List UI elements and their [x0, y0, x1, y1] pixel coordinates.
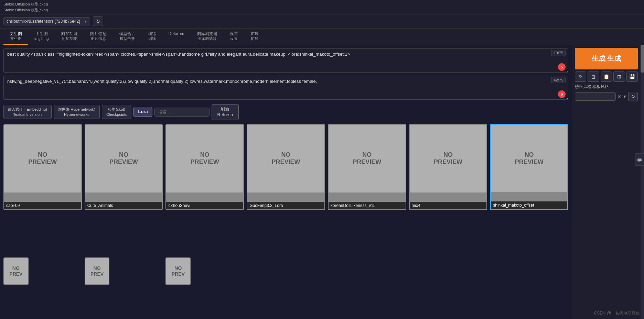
lora-card-label-capi09: capi-09 [4, 202, 81, 209]
no-preview-label: NOPREV [9, 265, 22, 277]
tab-lora[interactable]: Lora [133, 107, 152, 117]
no-preview-label: NOPREVIEW [353, 151, 381, 166]
positive-prompt-badge: 5 [558, 63, 566, 71]
negative-prompt-counter: 42/75 [551, 77, 566, 83]
model-select-wrapper: chilloutmix-Ni.safetensors [7234b76e42] [3, 17, 90, 25]
generate-button-label: 生成 生成 [592, 55, 621, 62]
tab-hypernetworks[interactable]: 超网络(Hypernetwork)Hypernetworks [54, 105, 100, 119]
style-refresh-button[interactable]: ↻ [628, 92, 638, 101]
tab-extensions[interactable]: 扩展扩展 [244, 29, 265, 45]
sidebar-toggle[interactable]: ◉ [635, 153, 644, 166]
no-preview-label: NOPREVIEW [515, 151, 544, 166]
style-select[interactable] [575, 92, 616, 101]
no-preview-label: NOPREV [90, 265, 104, 277]
lora-card-preview-guofeng: NOPREVIEW [247, 125, 324, 192]
clipboard-button[interactable]: 📋 [601, 72, 612, 82]
style-x-btn[interactable]: ✕ [617, 94, 621, 99]
save-button[interactable]: 💾 [626, 72, 638, 82]
no-preview-label: NOPREVIEW [191, 151, 219, 166]
no-preview-label: NOPREVIEW [434, 151, 462, 166]
style-refresh-icon: ↻ [631, 94, 635, 99]
grid-button[interactable]: ⊞ [613, 72, 625, 82]
edit-button[interactable]: ✎ [575, 72, 586, 82]
lora-card-label-guofeng: GuoFeng3.2_Lora [247, 202, 324, 209]
lora-card-shinkai[interactable]: NOPREVIEW shinkai_makoto_offset [490, 124, 568, 210]
lora-card-label-zhou: cZhouShuyi [166, 202, 243, 209]
tab-img2img[interactable]: 图生图img2img [28, 29, 55, 45]
lora-card-capi09[interactable]: NOPREVIEW capi-09 [3, 124, 82, 210]
model-refresh-button[interactable]: ↻ [93, 16, 103, 26]
tab-deforum[interactable]: Deforum [162, 29, 191, 45]
lora-card-preview-r23: NOPREV [166, 258, 190, 284]
lora-card-korean[interactable]: NOPREVIEW koreanDollLikeness_v15 [328, 124, 406, 210]
positive-prompt-wrapper: 19/75 best quality,<span class="highligh… [3, 48, 568, 74]
lora-card-row2-1[interactable]: NOPREV [3, 257, 29, 285]
lora-card-preview-mix4: NOPREVIEW [410, 125, 487, 192]
lora-card-cute-animals[interactable]: NOPREVIEW Cute_Animals [85, 124, 163, 210]
lora-card-row2-3[interactable]: NOPREV [165, 257, 191, 285]
nav-tabs: 文生图文生图 图生图img2img 附加功能附加功能 图片信息图片信息 模型合并… [0, 29, 644, 45]
tab-pnginfo[interactable]: 图片信息图片信息 [84, 29, 113, 45]
tab-txt2img[interactable]: 文生图文生图 [3, 29, 28, 45]
topbar-line2: Stable Diffusion 模型(ckpt) [3, 7, 641, 13]
lora-card-row2-2[interactable]: NOPREV [85, 257, 110, 285]
top-bar: Stable Diffusion 模型(ckpt) Stable Diffusi… [0, 0, 644, 14]
refresh-lora-button[interactable]: 刷新Refresh [212, 104, 239, 120]
style-label: 楼板风格 楼板风格 [575, 84, 638, 90]
tab-merge[interactable]: 模型合并模型合并 [113, 29, 142, 45]
tab-train[interactable]: 训练训练 [142, 29, 162, 45]
no-preview-label: NOPREVIEW [271, 151, 300, 166]
refresh-icon: ↻ [96, 19, 100, 24]
lora-card-preview-r21: NOPREV [4, 258, 28, 284]
lora-card-label-korean: koreanDollLikeness_v15 [329, 202, 406, 209]
scrollbar-thumb[interactable] [641, 45, 644, 73]
no-preview-label: NOPREV [172, 265, 185, 277]
lora-grid: NOPREVIEW capi-09 NOPREVIEW Cute_Animals… [3, 124, 568, 319]
positive-prompt-counter: 19/75 [551, 50, 566, 56]
negative-prompt-badge: 6 [558, 90, 566, 98]
lora-card-preview-korean: NOPREVIEW [329, 125, 406, 192]
model-dropdown[interactable]: chilloutmix-Ni.safetensors [7234b76e42] [3, 17, 90, 25]
lora-card-label-mix4: mix4 [410, 202, 487, 209]
style-dropdown-row: ✕ ▼ ↻ [575, 92, 638, 101]
left-panel: 19/75 best quality,<span class="highligh… [0, 45, 572, 319]
action-row: ✎ 🗑 📋 ⊞ 💾 [575, 72, 638, 82]
tab-checkpoints[interactable]: 模型(ckpt)Checkpoints [102, 105, 132, 119]
lora-card-preview-cute: NOPREVIEW [85, 125, 162, 192]
lora-card-label-shinkai: shinkai_makoto_offset [491, 201, 567, 209]
style-dropdown-arrow[interactable]: ▼ [623, 94, 627, 99]
lora-card-preview-shinkai: NOPREVIEW [491, 125, 567, 192]
lora-card-preview-zhou: NOPREVIEW [166, 125, 243, 192]
tab-browser[interactable]: 图库浏览器图库浏览器 [191, 29, 224, 45]
generate-button[interactable]: 生成 生成 [575, 48, 638, 69]
sidebar-icon: ◉ [637, 157, 642, 163]
positive-prompt-textarea[interactable]: best quality,<span class="highlighted-to… [3, 48, 568, 73]
lora-search-input[interactable] [154, 108, 210, 117]
model-selector-row: chilloutmix-Ni.safetensors [7234b76e42] … [0, 14, 644, 29]
tab-extras[interactable]: 附加功能附加功能 [55, 29, 84, 45]
negative-prompt-textarea[interactable]: nsfw,ng_deepnegative_v1_75t,badhandv4,(w… [3, 76, 568, 100]
lora-card-czhouShuyi[interactable]: NOPREVIEW cZhouShuyi [165, 124, 244, 210]
watermark: CSDN @一名机电研究生 [594, 310, 640, 316]
negative-prompt-wrapper: 42/75 nsfw,ng_deepnegative_v1_75t,badhan… [3, 76, 568, 101]
lora-card-mix4[interactable]: NOPREVIEW mix4 [409, 124, 487, 210]
no-preview-label: NOPREVIEW [28, 151, 57, 166]
lora-card-label-cute: Cute_Animals [85, 202, 162, 209]
lora-card-preview-capi09: NOPREVIEW [4, 125, 81, 192]
lora-tabs-row: 嵌入式(T.I. Embedding)Textual Inversion 超网络… [3, 104, 568, 120]
scrollbar-track[interactable] [641, 45, 644, 319]
main-content: 19/75 best quality,<span class="highligh… [0, 45, 644, 319]
tab-settings[interactable]: 设置设置 [224, 29, 244, 45]
lora-card-guofeng[interactable]: NOPREVIEW GuoFeng3.2_Lora [247, 124, 325, 210]
no-preview-label: NOPREVIEW [109, 151, 138, 166]
topbar-line1: Stable Diffusion 模型(ckpt) [3, 1, 641, 7]
lora-card-preview-r22: NOPREV [85, 258, 109, 284]
delete-button[interactable]: 🗑 [588, 72, 599, 82]
right-panel: 生成 生成 ✎ 🗑 📋 ⊞ 💾 楼板风格 楼板风格 ✕ ▼ ↻ [572, 45, 641, 319]
tab-textual-inversion[interactable]: 嵌入式(T.I. Embedding)Textual Inversion [3, 105, 52, 119]
